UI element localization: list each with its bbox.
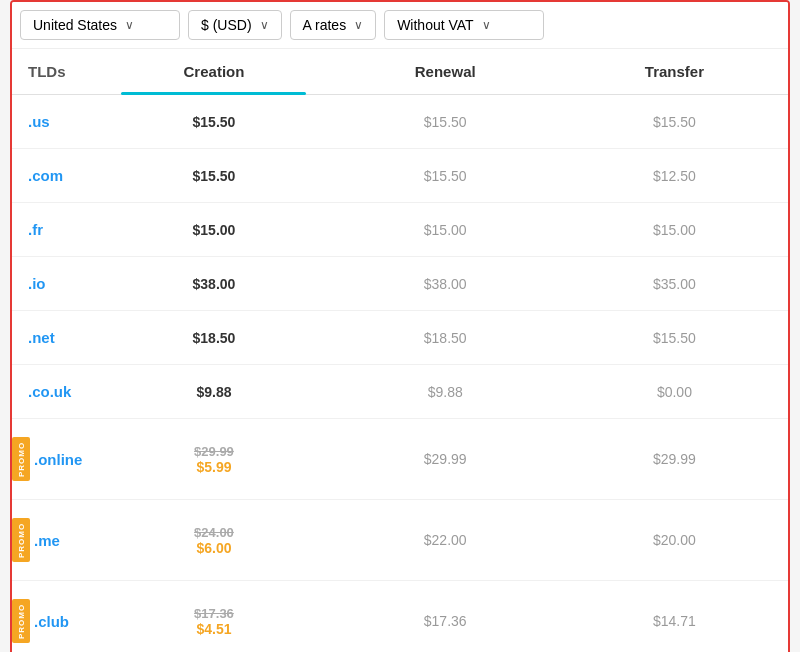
tld-cell[interactable]: .com bbox=[12, 149, 98, 203]
promo-badge: PROMO bbox=[12, 437, 30, 481]
transfer-price-cell: $0.00 bbox=[561, 365, 788, 419]
transfer-price-cell: $15.50 bbox=[561, 95, 788, 149]
creation-price-cell: $15.50 bbox=[98, 149, 329, 203]
renewal-price-cell: $15.50 bbox=[330, 149, 561, 203]
creation-price-cell: $9.88 bbox=[98, 365, 329, 419]
table-row: PROMO.me$24.00$6.00$22.00$20.00 bbox=[12, 500, 788, 581]
creation-price-cell: $24.00$6.00 bbox=[98, 500, 329, 581]
transfer-price-cell: $15.00 bbox=[561, 203, 788, 257]
creation-price-cell: $18.50 bbox=[98, 311, 329, 365]
table-row: .io$38.00$38.00$35.00 bbox=[12, 257, 788, 311]
header-creation: Creation bbox=[98, 49, 329, 95]
promo-badge: PROMO bbox=[12, 599, 30, 643]
table-row: .net$18.50$18.50$15.50 bbox=[12, 311, 788, 365]
currency-label: $ (USD) bbox=[201, 17, 252, 33]
tld-name[interactable]: .online bbox=[34, 451, 82, 468]
vat-label: Without VAT bbox=[397, 17, 474, 33]
transfer-price-cell: $20.00 bbox=[561, 500, 788, 581]
tld-cell[interactable]: .fr bbox=[12, 203, 98, 257]
table-row: PROMO.club$17.36$4.51$17.36$14.71 bbox=[12, 581, 788, 653]
header-transfer: Transfer bbox=[561, 49, 788, 95]
transfer-price-cell: $15.50 bbox=[561, 311, 788, 365]
creation-price-cell: $15.00 bbox=[98, 203, 329, 257]
tld-name[interactable]: .club bbox=[34, 613, 69, 630]
transfer-price-cell: $35.00 bbox=[561, 257, 788, 311]
creation-price-cell: $15.50 bbox=[98, 95, 329, 149]
tld-cell[interactable]: .co.uk bbox=[12, 365, 98, 419]
creation-price-cell: $38.00 bbox=[98, 257, 329, 311]
pricing-table-wrapper: TLDs Creation Renewal Transfer .us$15.50… bbox=[12, 49, 788, 652]
currency-chevron: ∨ bbox=[260, 18, 269, 32]
tld-cell[interactable]: .us bbox=[12, 95, 98, 149]
renewal-price-cell: $22.00 bbox=[330, 500, 561, 581]
vat-chevron: ∨ bbox=[482, 18, 491, 32]
renewal-price-cell: $15.50 bbox=[330, 95, 561, 149]
promo-price: $4.51 bbox=[196, 621, 231, 637]
pricing-table: TLDs Creation Renewal Transfer .us$15.50… bbox=[12, 49, 788, 652]
main-container: United States ∨ $ (USD) ∨ A rates ∨ With… bbox=[10, 0, 790, 652]
rates-chevron: ∨ bbox=[354, 18, 363, 32]
renewal-price-cell: $17.36 bbox=[330, 581, 561, 653]
creation-price-cell: $17.36$4.51 bbox=[98, 581, 329, 653]
table-row: .com$15.50$15.50$12.50 bbox=[12, 149, 788, 203]
vat-select[interactable]: Without VAT ∨ bbox=[384, 10, 544, 40]
transfer-price-cell: $12.50 bbox=[561, 149, 788, 203]
table-row: .us$15.50$15.50$15.50 bbox=[12, 95, 788, 149]
original-price: $17.36 bbox=[194, 606, 234, 621]
creation-price-cell: $29.99$5.99 bbox=[98, 419, 329, 500]
tld-cell: PROMO.online bbox=[12, 419, 98, 500]
currency-select[interactable]: $ (USD) ∨ bbox=[188, 10, 282, 40]
rates-select[interactable]: A rates ∨ bbox=[290, 10, 377, 40]
original-price: $29.99 bbox=[194, 444, 234, 459]
renewal-price-cell: $29.99 bbox=[330, 419, 561, 500]
table-row: PROMO.online$29.99$5.99$29.99$29.99 bbox=[12, 419, 788, 500]
original-price: $24.00 bbox=[194, 525, 234, 540]
country-select[interactable]: United States ∨ bbox=[20, 10, 180, 40]
tld-cell: PROMO.me bbox=[12, 500, 98, 581]
promo-price: $6.00 bbox=[196, 540, 231, 556]
transfer-price-cell: $14.71 bbox=[561, 581, 788, 653]
header-renewal: Renewal bbox=[330, 49, 561, 95]
filters-bar: United States ∨ $ (USD) ∨ A rates ∨ With… bbox=[12, 2, 788, 49]
promo-price: $5.99 bbox=[196, 459, 231, 475]
tld-cell[interactable]: .net bbox=[12, 311, 98, 365]
tld-name[interactable]: .me bbox=[34, 532, 60, 549]
renewal-price-cell: $15.00 bbox=[330, 203, 561, 257]
renewal-price-cell: $38.00 bbox=[330, 257, 561, 311]
table-row: .fr$15.00$15.00$15.00 bbox=[12, 203, 788, 257]
renewal-price-cell: $9.88 bbox=[330, 365, 561, 419]
country-label: United States bbox=[33, 17, 117, 33]
transfer-price-cell: $29.99 bbox=[561, 419, 788, 500]
promo-badge: PROMO bbox=[12, 518, 30, 562]
table-row: .co.uk$9.88$9.88$0.00 bbox=[12, 365, 788, 419]
header-tlds: TLDs bbox=[12, 49, 98, 95]
renewal-price-cell: $18.50 bbox=[330, 311, 561, 365]
rates-label: A rates bbox=[303, 17, 347, 33]
tld-cell: PROMO.club bbox=[12, 581, 98, 653]
tld-cell[interactable]: .io bbox=[12, 257, 98, 311]
country-chevron: ∨ bbox=[125, 18, 134, 32]
